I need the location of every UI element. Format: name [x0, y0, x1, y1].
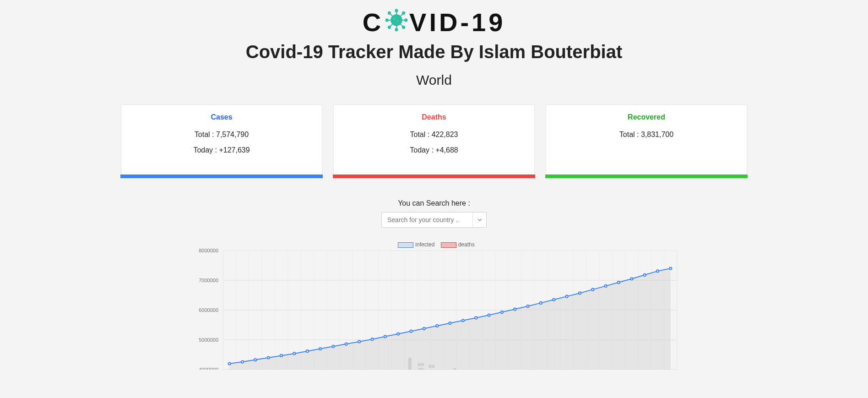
svg-point-79 [449, 322, 451, 324]
search-label: You can Search here : [121, 199, 747, 207]
svg-point-80 [462, 319, 464, 322]
svg-point-83 [501, 311, 503, 313]
country-select[interactable] [381, 212, 487, 228]
svg-point-85 [526, 305, 529, 307]
svg-point-81 [475, 316, 477, 319]
svg-point-89 [579, 292, 581, 294]
y-tick: 5000000 [189, 337, 218, 343]
svg-point-10 [388, 12, 391, 14]
svg-point-65 [267, 356, 270, 359]
y-tick: 8000000 [189, 248, 218, 253]
deaths-total: Total : 422,823 [338, 131, 530, 139]
svg-point-70 [332, 345, 334, 348]
svg-point-6 [386, 19, 388, 21]
svg-point-64 [254, 359, 256, 361]
svg-point-77 [423, 327, 425, 330]
svg-point-73 [371, 338, 373, 340]
svg-point-88 [565, 295, 568, 298]
svg-point-18 [397, 20, 399, 22]
svg-point-86 [540, 302, 542, 304]
stats-cards: Cases Total : 7,574,790 Today : +127,639… [121, 104, 747, 174]
svg-point-17 [394, 18, 395, 19]
svg-point-62 [228, 362, 231, 365]
svg-point-71 [345, 343, 347, 345]
recovered-label: Recovered [551, 113, 742, 121]
svg-point-12 [402, 12, 405, 14]
svg-point-75 [397, 333, 399, 335]
svg-point-16 [402, 26, 405, 28]
y-tick: 6000000 [189, 307, 218, 313]
cases-card: Cases Total : 7,574,790 Today : +127,639 [121, 104, 322, 174]
svg-point-82 [488, 314, 490, 316]
svg-point-63 [241, 361, 244, 363]
region-subtitle: World [121, 72, 747, 88]
y-tick: 7000000 [189, 278, 218, 283]
svg-point-68 [306, 350, 309, 352]
logo-rest: VID-19 [409, 10, 505, 35]
svg-point-96 [669, 267, 672, 269]
svg-point-72 [358, 340, 360, 343]
svg-point-19 [396, 22, 396, 22]
svg-point-92 [618, 281, 620, 284]
svg-point-67 [293, 352, 295, 354]
svg-point-93 [630, 278, 633, 280]
cases-today: Today : +127,639 [126, 146, 317, 154]
svg-point-14 [388, 26, 391, 28]
svg-point-95 [656, 270, 659, 272]
recovered-card: Recovered Total : 3,831,700 [546, 104, 747, 174]
legend-deaths: deaths [458, 241, 475, 248]
svg-point-91 [605, 285, 607, 287]
country-select-input[interactable] [382, 213, 472, 226]
svg-point-87 [553, 299, 555, 301]
legend-infected: infected [415, 241, 434, 248]
cases-label: Cases [126, 113, 317, 121]
svg-point-69 [319, 348, 321, 350]
svg-point-2 [395, 10, 397, 12]
svg-point-66 [280, 354, 282, 357]
svg-point-4 [395, 28, 397, 31]
svg-point-94 [644, 274, 646, 276]
recovered-total: Total : 3,831,700 [551, 131, 742, 139]
svg-point-90 [591, 289, 594, 291]
virus-icon [384, 8, 409, 36]
cases-total: Total : 7,574,790 [126, 131, 317, 139]
svg-point-74 [384, 335, 386, 338]
svg-point-78 [436, 325, 438, 327]
logo: C [121, 8, 747, 36]
svg-point-84 [514, 308, 516, 310]
page-title: Covid-19 Tracker Made By Islam Bouterbia… [121, 42, 747, 62]
chevron-down-icon[interactable] [472, 213, 486, 227]
logo-letter-c: C [363, 10, 384, 35]
svg-point-8 [405, 19, 407, 21]
y-tick: 4000000 [189, 367, 218, 370]
deaths-label: Deaths [338, 113, 530, 121]
deaths-today: Today : +4,688 [338, 146, 530, 154]
deaths-card: Deaths Total : 422,823 Today : +4,688 [333, 104, 535, 174]
svg-point-76 [410, 330, 412, 333]
chart: infected deaths 800000070000006000000500… [189, 241, 679, 370]
